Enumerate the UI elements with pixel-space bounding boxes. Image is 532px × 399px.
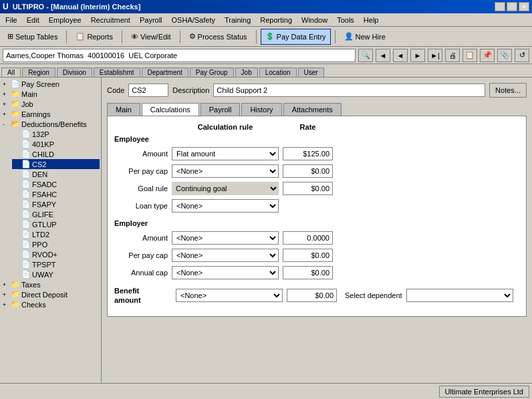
- benefit-amount-select[interactable]: <None>: [176, 289, 283, 302]
- sidebar-item-tpspt[interactable]: 📄 TPSPT: [12, 259, 100, 269]
- view-edit-button[interactable]: 👁 View/Edit: [126, 29, 176, 45]
- employer-annualcap-value[interactable]: [283, 266, 333, 279]
- sidebar-item-direct-deposit[interactable]: + 📁 Direct Deposit: [1, 289, 100, 299]
- sidebar-item-uway[interactable]: 📄 UWAY: [12, 269, 100, 279]
- menu-window[interactable]: Window: [297, 15, 331, 25]
- tab-calculations[interactable]: Calculations: [142, 103, 199, 116]
- menu-edit[interactable]: Edit: [23, 15, 43, 25]
- employer-perpay-select[interactable]: <None>: [172, 249, 279, 262]
- menu-payroll[interactable]: Payroll: [136, 15, 166, 25]
- attach-button[interactable]: 📎: [497, 49, 512, 62]
- nav-tab-location[interactable]: Location: [259, 68, 297, 77]
- employee-perpay-rule-select[interactable]: <None>: [172, 164, 279, 178]
- sidebar-item-deductions[interactable]: - 📂 Deductions/Benefits: [1, 119, 100, 129]
- sidebar-item-den[interactable]: 📄 DEN: [12, 169, 100, 179]
- nav-prev-button[interactable]: ◄: [376, 49, 390, 62]
- nav-prev-stop-button[interactable]: ◄: [393, 49, 408, 62]
- menu-employee[interactable]: Employee: [45, 15, 86, 25]
- sidebar-item-checks[interactable]: + 📁 Checks: [1, 299, 100, 309]
- child-icon: 📄: [21, 150, 31, 158]
- sidebar-item-pay-screen[interactable]: + 📄 Pay Screen: [1, 79, 100, 89]
- menu-help[interactable]: Help: [360, 15, 383, 25]
- sidebar-item-ppo[interactable]: 📄 PPO: [12, 239, 100, 249]
- employee-goalrule-value[interactable]: [283, 182, 333, 195]
- refresh-button[interactable]: ↺: [515, 49, 529, 62]
- nav-tab-region[interactable]: Region: [22, 68, 55, 77]
- nav-tab-job[interactable]: Job: [235, 68, 258, 77]
- menu-training[interactable]: Training: [221, 15, 255, 25]
- sidebar-item-glife[interactable]: 📄 GLIFE: [12, 209, 100, 219]
- nav-tab-user[interactable]: User: [298, 68, 324, 77]
- employer-amount-select[interactable]: <None>: [172, 231, 279, 245]
- sidebar-item-cs2[interactable]: 📄 CS2: [12, 159, 100, 169]
- tab-payroll[interactable]: Payroll: [201, 103, 241, 116]
- new-hire-button[interactable]: 👤 New Hire: [340, 29, 390, 45]
- sidebar-item-fsapy[interactable]: 📄 FSAPY: [12, 199, 100, 209]
- sidebar-item-main[interactable]: + 📁 Main: [1, 89, 100, 99]
- sidebar-item-job[interactable]: + 📁 Job: [1, 99, 100, 109]
- sidebar-item-ltd2[interactable]: 📄 LTD2: [12, 229, 100, 239]
- employee-amount-rule-select[interactable]: Flat amount Percentage <None>: [172, 147, 279, 160]
- description-input[interactable]: [213, 84, 485, 97]
- setup-tables-icon: ⊞: [7, 32, 13, 41]
- nav-next-stop-button[interactable]: ►|: [428, 49, 442, 62]
- checks-folder-icon: 📁: [11, 300, 20, 309]
- sidebar-item-fsadc[interactable]: 📄 FSADC: [12, 179, 100, 189]
- address-input[interactable]: [3, 49, 356, 62]
- pay-data-entry-button[interactable]: 💲 Pay Data Entry: [261, 29, 331, 45]
- sidebar-item-fsahc[interactable]: 📄 FSAHC: [12, 189, 100, 199]
- menu-file[interactable]: File: [1, 15, 21, 25]
- benefit-amount-value[interactable]: [287, 289, 337, 302]
- tab-attachments[interactable]: Attachments: [283, 103, 342, 116]
- menu-recruitment[interactable]: Recruitment: [87, 15, 134, 25]
- employer-perpay-row: Per pay cap <None>: [114, 249, 519, 262]
- tab-history[interactable]: History: [241, 103, 281, 116]
- employer-annualcap-select[interactable]: <None>: [172, 266, 279, 279]
- employee-goalrule-select[interactable]: Continuing goal <None>: [172, 182, 279, 195]
- sidebar-item-401kp[interactable]: 📄 401KP: [12, 139, 100, 149]
- employee-loantype-select[interactable]: <None>: [172, 199, 279, 213]
- process-status-button[interactable]: ⚙ Process Status: [184, 29, 252, 45]
- sidebar-item-gtlup[interactable]: 📄 GTLUP: [12, 219, 100, 229]
- maximize-button[interactable]: □: [507, 2, 517, 11]
- view-edit-icon: 👁: [131, 33, 138, 41]
- employer-perpay-value[interactable]: [283, 249, 333, 262]
- nav-next-button[interactable]: ►: [410, 49, 425, 62]
- nav-tab-all[interactable]: All: [1, 68, 21, 77]
- select-dependent-combo[interactable]: [406, 289, 513, 302]
- employee-perpay-value[interactable]: [283, 164, 333, 178]
- glife-icon: 📄: [21, 210, 31, 219]
- fsahc-label: FSAHC: [32, 190, 57, 198]
- sidebar-item-132p[interactable]: 📄 132P: [12, 129, 100, 139]
- sidebar-item-child[interactable]: 📄 CHILD: [12, 149, 100, 159]
- fsadc-icon: 📄: [21, 180, 31, 188]
- notes-button[interactable]: Notes...: [489, 83, 527, 98]
- minimize-button[interactable]: _: [495, 2, 505, 11]
- sidebar-item-earnings[interactable]: + 📁 Earnings: [1, 109, 100, 119]
- tab-main[interactable]: Main: [107, 103, 140, 116]
- employer-amount-value[interactable]: [283, 231, 333, 245]
- employee-amount-value[interactable]: [283, 147, 333, 160]
- sidebar-item-taxes[interactable]: + 📁 Taxes: [1, 279, 100, 289]
- job-folder-icon: 📁: [11, 100, 20, 108]
- pin-button[interactable]: 📌: [480, 49, 495, 62]
- employee-section-title: Employee: [114, 135, 519, 143]
- nav-tab-paygroup[interactable]: Pay Group: [190, 68, 234, 77]
- nav-tab-establishmt[interactable]: Establishmt: [94, 68, 140, 77]
- window-title: ULTIPRO - [Manual (Interim) Checks]: [13, 3, 141, 11]
- reports-button[interactable]: 📋 Reports: [71, 29, 118, 45]
- code-input[interactable]: [128, 84, 168, 97]
- print-button[interactable]: 🖨: [445, 49, 460, 62]
- menu-tools[interactable]: Tools: [333, 15, 358, 25]
- menu-reporting[interactable]: Reporting: [256, 15, 296, 25]
- 401kp-icon: 📄: [21, 140, 31, 148]
- expander-main: +: [3, 91, 11, 98]
- menu-osha[interactable]: OSHA/Safety: [168, 15, 219, 25]
- nav-tab-division[interactable]: Division: [57, 68, 92, 77]
- nav-tab-department[interactable]: Department: [142, 68, 188, 77]
- setup-tables-button[interactable]: ⊞ Setup Tables: [3, 29, 62, 45]
- address-search-icon[interactable]: 🔍: [358, 49, 373, 62]
- sidebar-item-rvod[interactable]: 📄 RVOD+: [12, 249, 100, 259]
- close-button[interactable]: ×: [519, 2, 529, 11]
- copy-button[interactable]: 📋: [462, 49, 477, 62]
